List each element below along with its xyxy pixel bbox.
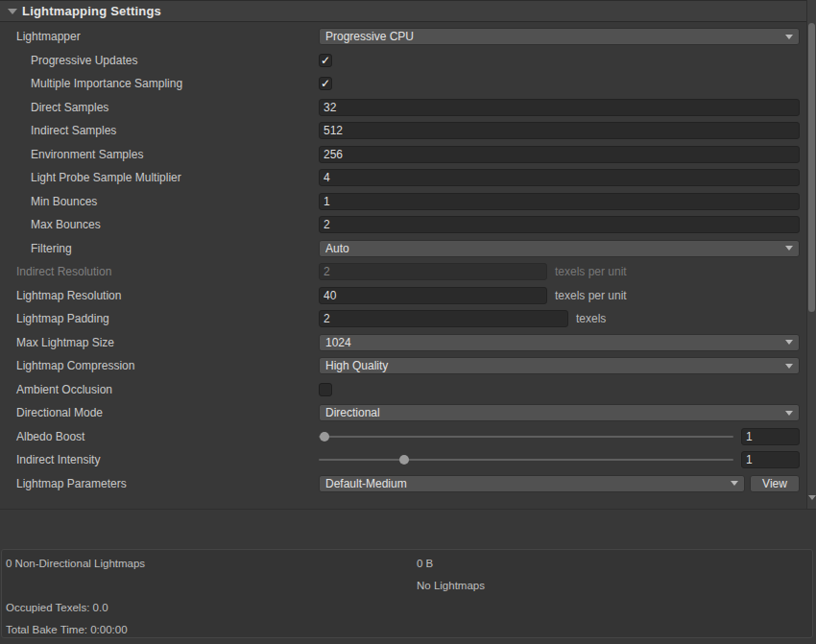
label-max-bounces: Max Bounces bbox=[16, 218, 319, 231]
control-light-probe-sample-multiplier bbox=[319, 169, 800, 186]
label-lightmap-padding: Lightmap Padding bbox=[16, 312, 319, 325]
label-directional-mode: Directional Mode bbox=[16, 406, 319, 419]
lightmaps-status-text: No Lightmaps bbox=[417, 580, 485, 591]
row-lightmap-resolution: Lightmap Resolutiontexels per unit bbox=[0, 284, 806, 308]
label-indirect-intensity: Indirect Intensity bbox=[16, 453, 319, 466]
scrollbar-down-arrow-icon[interactable] bbox=[808, 495, 816, 500]
max-lightmap-size-value: 1024 bbox=[325, 336, 780, 349]
check-icon: ✓ bbox=[321, 78, 330, 89]
slider-track bbox=[319, 459, 733, 461]
label-ambient-occlusion: Ambient Occlusion bbox=[16, 383, 319, 396]
chevron-down-icon bbox=[785, 340, 793, 345]
multiple-importance-sampling-checkbox[interactable]: ✓ bbox=[319, 77, 332, 90]
row-max-bounces: Max Bounces bbox=[0, 213, 806, 237]
indirect-resolution-unit-label: texels per unit bbox=[555, 265, 627, 278]
row-ambient-occlusion: Ambient Occlusion bbox=[0, 378, 806, 402]
occupied-texels-text: Occupied Texels: 0.0 bbox=[6, 602, 108, 613]
total-bake-time-text: Total Bake Time: 0:00:00 bbox=[6, 624, 128, 635]
label-max-lightmap-size: Max Lightmap Size bbox=[16, 336, 319, 349]
row-max-lightmap-size: Max Lightmap Size1024 bbox=[0, 331, 806, 355]
foldout-triangle-icon[interactable] bbox=[8, 9, 17, 14]
indirect-intensity-slider[interactable] bbox=[319, 453, 733, 466]
directional-mode-dropdown[interactable]: Directional bbox=[319, 404, 800, 421]
control-indirect-samples bbox=[319, 122, 800, 139]
page-title: Lightmapping Settings bbox=[22, 4, 161, 18]
lightmap-resolution-unit-label: texels per unit bbox=[555, 289, 627, 302]
slider-handle[interactable] bbox=[320, 432, 329, 441]
control-max-bounces bbox=[319, 216, 800, 233]
control-indirect-intensity bbox=[319, 451, 800, 468]
control-lightmap-compression: High Quality bbox=[319, 357, 800, 374]
max-bounces-input[interactable] bbox=[319, 216, 800, 233]
scrollbar-thumb[interactable] bbox=[808, 23, 815, 312]
control-indirect-resolution: texels per unit bbox=[319, 263, 800, 280]
lighting-window: Lightmapping Settings LightmapperProgres… bbox=[0, 0, 816, 644]
row-filtering: FilteringAuto bbox=[0, 237, 806, 261]
label-progressive-updates: Progressive Updates bbox=[16, 54, 319, 67]
slider-handle[interactable] bbox=[399, 455, 409, 465]
label-min-bounces: Min Bounces bbox=[16, 195, 319, 208]
control-directional-mode: Directional bbox=[319, 404, 800, 421]
light-probe-sample-multiplier-input[interactable] bbox=[319, 169, 800, 186]
lightmap-padding-unit-label: texels bbox=[576, 312, 606, 325]
row-lightmap-parameters: Lightmap ParametersDefault-MediumView bbox=[0, 472, 806, 496]
indirect-intensity-input[interactable] bbox=[741, 451, 800, 468]
lightmap-compression-dropdown[interactable]: High Quality bbox=[319, 357, 800, 374]
chevron-down-icon bbox=[785, 246, 793, 250]
row-albedo-boost: Albedo Boost bbox=[0, 425, 806, 449]
lightmapper-value: Progressive CPU bbox=[325, 30, 780, 43]
row-lightmap-compression: Lightmap CompressionHigh Quality bbox=[0, 354, 806, 378]
filtering-dropdown[interactable]: Auto bbox=[319, 240, 800, 257]
label-direct-samples: Direct Samples bbox=[16, 101, 319, 114]
label-environment-samples: Environment Samples bbox=[16, 148, 319, 161]
row-direct-samples: Direct Samples bbox=[0, 96, 806, 120]
label-indirect-resolution: Indirect Resolution bbox=[16, 265, 319, 278]
control-multiple-importance-sampling: ✓ bbox=[319, 77, 800, 90]
control-lightmap-parameters: Default-MediumView bbox=[319, 475, 800, 492]
row-min-bounces: Min Bounces bbox=[0, 190, 806, 214]
lightmaps-size-text: 0 B bbox=[417, 558, 433, 569]
chevron-down-icon bbox=[785, 411, 793, 416]
control-filtering: Auto bbox=[319, 240, 800, 257]
max-lightmap-size-dropdown[interactable]: 1024 bbox=[319, 334, 800, 351]
vertical-scrollbar[interactable] bbox=[806, 0, 816, 509]
control-progressive-updates: ✓ bbox=[319, 54, 800, 67]
label-indirect-samples: Indirect Samples bbox=[16, 124, 319, 137]
label-filtering: Filtering bbox=[16, 242, 319, 255]
indirect-samples-input[interactable] bbox=[319, 122, 800, 139]
lightmap-padding-input[interactable] bbox=[319, 310, 568, 327]
ambient-occlusion-checkbox[interactable] bbox=[319, 383, 332, 396]
lightmap-compression-value: High Quality bbox=[325, 359, 780, 372]
view-button[interactable]: View bbox=[750, 475, 800, 492]
albedo-boost-input[interactable] bbox=[741, 428, 800, 445]
control-lightmap-padding: texels bbox=[319, 310, 800, 327]
environment-samples-input[interactable] bbox=[319, 146, 800, 163]
albedo-boost-slider[interactable] bbox=[319, 430, 733, 443]
control-ambient-occlusion bbox=[319, 383, 800, 396]
label-lightmap-resolution: Lightmap Resolution bbox=[16, 289, 319, 302]
row-directional-mode: Directional ModeDirectional bbox=[0, 401, 806, 425]
row-lightmapper: LightmapperProgressive CPU bbox=[0, 25, 806, 49]
lightmapper-dropdown[interactable]: Progressive CPU bbox=[319, 28, 800, 45]
chevron-down-icon bbox=[731, 481, 738, 486]
control-direct-samples bbox=[319, 99, 800, 116]
direct-samples-input[interactable] bbox=[319, 99, 800, 116]
lightmapping-settings-header[interactable]: Lightmapping Settings bbox=[0, 0, 816, 22]
slider-track bbox=[319, 436, 733, 438]
label-light-probe-sample-multiplier: Light Probe Sample Multiplier bbox=[16, 171, 319, 184]
indirect-resolution-input[interactable] bbox=[319, 263, 547, 280]
label-lightmap-parameters: Lightmap Parameters bbox=[16, 477, 319, 490]
row-lightmap-padding: Lightmap Paddingtexels bbox=[0, 307, 806, 331]
control-min-bounces bbox=[319, 193, 800, 210]
min-bounces-input[interactable] bbox=[319, 193, 800, 210]
footer-bar: Auto Generate Generate Lighting bbox=[0, 509, 816, 548]
label-albedo-boost: Albedo Boost bbox=[16, 430, 319, 443]
lightmap-resolution-input[interactable] bbox=[319, 287, 547, 304]
control-lightmap-resolution: texels per unit bbox=[319, 287, 800, 304]
row-indirect-intensity: Indirect Intensity bbox=[0, 448, 806, 472]
chevron-down-icon bbox=[785, 35, 793, 39]
lightmap-parameters-dropdown[interactable]: Default-Medium bbox=[319, 475, 745, 492]
row-indirect-samples: Indirect Samples bbox=[0, 119, 806, 143]
progressive-updates-checkbox[interactable]: ✓ bbox=[319, 54, 332, 67]
row-indirect-resolution: Indirect Resolutiontexels per unit bbox=[0, 260, 806, 284]
